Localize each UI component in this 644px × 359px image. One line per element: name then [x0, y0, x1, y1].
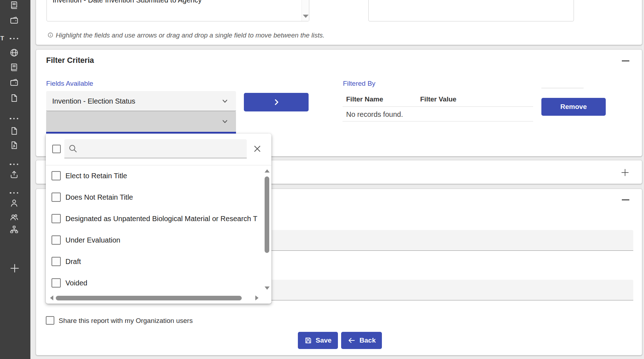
option-checkbox[interactable]: [51, 214, 61, 223]
option-label: Under Evaluation: [65, 236, 120, 244]
status-option-row[interactable]: Designated as Unpatented Biological Mate…: [46, 208, 264, 229]
option-checkbox[interactable]: [51, 278, 61, 288]
section-title: Filter Criteria: [46, 56, 94, 65]
filter-value-select[interactable]: [46, 111, 236, 132]
horizontal-scrollbar[interactable]: [46, 295, 264, 301]
org-chart-icon[interactable]: [9, 225, 19, 234]
save-button[interactable]: Save: [298, 332, 338, 349]
scroll-up-arrow-icon[interactable]: [265, 169, 270, 173]
chevron-down-icon: [220, 117, 230, 126]
vertical-scrollbar[interactable]: [264, 168, 271, 291]
option-checkbox[interactable]: [51, 235, 61, 245]
scroll-right-arrow-icon[interactable]: [255, 295, 259, 300]
share-report-checkbox[interactable]: [46, 316, 54, 325]
pdf-file-icon[interactable]: [9, 140, 19, 150]
target-fields-listbox[interactable]: [368, 0, 574, 21]
share-report-label: Share this report with my Organization u…: [59, 317, 193, 325]
file-icon[interactable]: [9, 93, 19, 103]
more-dots-icon[interactable]: [10, 38, 18, 40]
book-icon[interactable]: [9, 63, 19, 72]
empty-table-message: No records found.: [346, 110, 403, 119]
back-button[interactable]: Back: [341, 332, 382, 349]
scroll-down-arrow-icon[interactable]: [265, 286, 270, 290]
status-option-row[interactable]: Does Not Retain Title: [46, 186, 264, 208]
back-arrow-icon: [347, 336, 356, 345]
scroll-left-arrow-icon[interactable]: [50, 295, 53, 300]
status-option-row[interactable]: Elect to Retain Title: [46, 165, 264, 186]
option-label: Voided: [65, 279, 87, 287]
remove-filter-button[interactable]: Remove: [541, 98, 606, 116]
filter-field-select-value: Invention - Election Status: [52, 97, 135, 105]
status-option-row[interactable]: Under Evaluation: [46, 229, 264, 251]
selected-fields-listbox[interactable]: Invention - Date Invention Submitted to …: [46, 0, 309, 21]
fields-available-label: Fields Available: [46, 80, 93, 88]
sidebar: T: [0, 0, 30, 359]
drag-drop-hint: Highlight the fields and use arrows or d…: [56, 31, 325, 39]
plus-icon[interactable]: [9, 263, 20, 274]
table-divider: [343, 121, 533, 121]
option-label: Elect to Retain Title: [65, 172, 127, 180]
option-label: Designated as Unpatented Biological Mate…: [65, 215, 257, 223]
select-all-checkbox[interactable]: [52, 145, 61, 153]
option-checkbox[interactable]: [51, 257, 61, 266]
column-filter-name: Filter Name: [346, 95, 383, 103]
people-icon[interactable]: [9, 213, 19, 222]
person-icon[interactable]: [9, 198, 19, 208]
clear-search-icon[interactable]: [253, 144, 262, 153]
column-filter-value: Filter Value: [420, 95, 456, 103]
upload-icon[interactable]: [9, 170, 19, 179]
scroll-down-arrow-icon[interactable]: [303, 15, 309, 18]
vertical-scroll-thumb[interactable]: [265, 176, 269, 253]
horizontal-scroll-thumb[interactable]: [56, 296, 242, 300]
status-option-list: Elect to Retain Title Does Not Retain Ti…: [46, 165, 264, 294]
report-builder-screen: T: [0, 0, 644, 359]
save-floppy-icon: [304, 336, 312, 344]
add-filter-button[interactable]: [244, 93, 309, 111]
selected-field-option[interactable]: Invention - Date Invention Submitted to …: [53, 0, 202, 4]
more-dots-icon[interactable]: [10, 118, 18, 120]
wallet-icon[interactable]: [9, 78, 19, 87]
status-option-row[interactable]: Voided: [46, 272, 264, 294]
sidebar-truncated-label: T: [0, 35, 4, 42]
option-checkbox[interactable]: [51, 171, 61, 180]
file-icon[interactable]: [9, 126, 19, 136]
book-icon[interactable]: [9, 0, 19, 10]
collapse-section-icon[interactable]: [622, 199, 629, 200]
fields-selection-card: Invention - Date Invention Submitted to …: [36, 0, 642, 45]
option-label: Draft: [65, 258, 81, 266]
filtered-by-label: Filtered By: [343, 80, 375, 88]
status-option-row[interactable]: Draft: [46, 251, 264, 272]
table-divider: [343, 106, 533, 107]
info-icon: [48, 32, 53, 38]
filter-field-select[interactable]: Invention - Election Status: [46, 91, 236, 111]
globe-icon[interactable]: [9, 48, 19, 58]
chevron-down-icon: [220, 96, 230, 106]
collapse-section-icon[interactable]: [622, 60, 629, 61]
more-dots-icon[interactable]: [10, 192, 18, 194]
more-dots-icon[interactable]: [10, 163, 18, 165]
option-checkbox[interactable]: [51, 193, 61, 202]
status-multiselect-panel: Elect to Retain Title Does Not Retain Ti…: [46, 134, 271, 304]
wallet-icon[interactable]: [9, 15, 19, 25]
option-label: Does Not Retain Title: [65, 193, 133, 201]
remove-divider: [541, 88, 584, 88]
listbox-scrollbar[interactable]: [301, 0, 309, 21]
option-search-input[interactable]: [64, 139, 247, 158]
expand-section-icon[interactable]: [620, 168, 630, 177]
